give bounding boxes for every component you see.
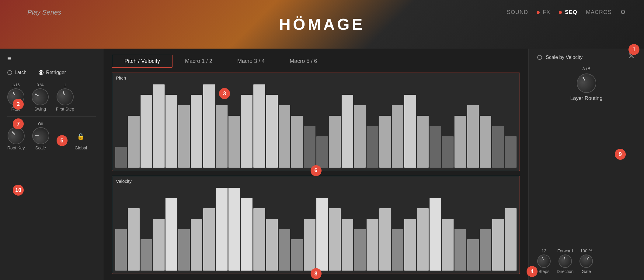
- badge-3: 3: [219, 88, 230, 99]
- velocity-bar[interactable]: [241, 198, 252, 271]
- pitch-bar[interactable]: [354, 105, 366, 167]
- velocity-bar[interactable]: [253, 208, 265, 271]
- velocity-bar[interactable]: [342, 219, 353, 271]
- pitch-bar[interactable]: [329, 116, 340, 168]
- pitch-bar[interactable]: [392, 105, 403, 167]
- nav-sound[interactable]: SOUND: [507, 9, 528, 15]
- direction-label: Direction: [557, 269, 573, 274]
- velocity-bar[interactable]: [141, 239, 152, 271]
- pitch-bar[interactable]: [342, 95, 353, 167]
- pitch-bar[interactable]: [454, 116, 466, 168]
- pitch-bar[interactable]: [115, 147, 127, 167]
- badge-8: 8: [311, 268, 322, 279]
- pitch-bar[interactable]: [228, 116, 240, 168]
- menu-icon[interactable]: ≡: [7, 55, 96, 63]
- velocity-bar[interactable]: [454, 229, 466, 271]
- pitch-bar[interactable]: [178, 105, 190, 167]
- pitch-bar[interactable]: [141, 95, 152, 167]
- velocity-bar[interactable]: [417, 208, 429, 271]
- gate-label: Gate: [582, 269, 591, 274]
- pitch-bar[interactable]: [253, 84, 265, 168]
- pitch-bar[interactable]: [480, 116, 491, 168]
- tab-pitch-velocity[interactable]: Pitch / Velocity: [112, 55, 172, 68]
- steps-knob[interactable]: [535, 253, 552, 270]
- scale-velocity-radio[interactable]: [537, 55, 542, 60]
- pitch-bar[interactable]: [505, 136, 517, 168]
- velocity-bar[interactable]: [392, 229, 403, 271]
- velocity-bar[interactable]: [153, 219, 165, 271]
- velocity-bar[interactable]: [505, 208, 517, 271]
- nav-fx[interactable]: FX: [537, 9, 550, 15]
- pitch-bar[interactable]: [404, 95, 416, 167]
- pitch-bar[interactable]: [467, 105, 479, 167]
- velocity-bar[interactable]: [128, 208, 139, 271]
- first-step-knob[interactable]: [54, 86, 76, 108]
- velocity-bar[interactable]: [430, 198, 441, 271]
- scale-knob[interactable]: [32, 127, 49, 144]
- badge-7: 7: [13, 118, 24, 129]
- nav-seq[interactable]: SEQ: [559, 9, 577, 15]
- velocity-bar[interactable]: [115, 229, 127, 271]
- velocity-bar[interactable]: [404, 219, 416, 271]
- tab-macro-5-6[interactable]: Macro 5 / 6: [277, 55, 329, 68]
- retrigger-radio[interactable]: [39, 70, 44, 75]
- pitch-bar[interactable]: [442, 136, 454, 168]
- latch-option[interactable]: Latch: [7, 70, 26, 75]
- velocity-bar[interactable]: [279, 229, 290, 271]
- velocity-bar[interactable]: [266, 219, 278, 271]
- pitch-bar[interactable]: [266, 95, 278, 167]
- velocity-bar[interactable]: [492, 219, 504, 271]
- tab-macro-3-4[interactable]: Macro 3 / 4: [225, 55, 277, 68]
- layer-routing-knob[interactable]: [573, 70, 600, 96]
- retrigger-option[interactable]: Retrigger: [39, 70, 66, 75]
- pitch-bar[interactable]: [241, 95, 252, 167]
- velocity-bar[interactable]: [216, 188, 228, 271]
- pitch-bar[interactable]: [165, 95, 177, 167]
- gate-knob[interactable]: [577, 252, 595, 270]
- velocity-bar[interactable]: [178, 229, 190, 271]
- pitch-bar[interactable]: [291, 116, 303, 168]
- steps-label: Steps: [538, 269, 549, 274]
- velocity-bar[interactable]: [291, 239, 303, 271]
- direction-knob[interactable]: [557, 254, 573, 269]
- latch-radio[interactable]: [7, 70, 12, 75]
- pitch-bar[interactable]: [128, 116, 139, 168]
- pitch-bar[interactable]: [304, 126, 315, 168]
- pitch-bar[interactable]: [379, 116, 391, 168]
- velocity-bar[interactable]: [379, 208, 391, 271]
- pitch-bar[interactable]: [417, 116, 429, 168]
- gate-group: 100 % Gate: [580, 248, 593, 274]
- gear-icon[interactable]: ⚙: [620, 9, 626, 16]
- velocity-bar[interactable]: [442, 219, 454, 271]
- pitch-bar[interactable]: [191, 95, 202, 167]
- velocity-bar[interactable]: [367, 219, 378, 271]
- pitch-bar[interactable]: [203, 84, 215, 168]
- pitch-bar[interactable]: [279, 105, 290, 167]
- velocity-bar[interactable]: [316, 198, 328, 271]
- pitch-bar[interactable]: [153, 84, 165, 168]
- first-step-value: 1: [64, 83, 66, 87]
- velocity-bar[interactable]: [467, 239, 479, 271]
- velocity-bar[interactable]: [304, 219, 315, 271]
- scale-label: Scale: [35, 145, 46, 150]
- swing-knob[interactable]: [29, 85, 52, 108]
- badge-10: 10: [13, 185, 24, 196]
- tab-macro-1-2[interactable]: Macro 1 / 2: [172, 55, 225, 68]
- pitch-bar[interactable]: [216, 105, 228, 167]
- pitch-bar[interactable]: [316, 136, 328, 168]
- velocity-bar[interactable]: [165, 198, 177, 271]
- pitch-bar[interactable]: [492, 126, 504, 168]
- velocity-bar[interactable]: [480, 229, 491, 271]
- pitch-bar[interactable]: [430, 126, 441, 168]
- lock-icon[interactable]: 🔒: [77, 133, 85, 140]
- main-content: 2 ≡ 7 Latch Retrigger 1/16 Rate: [0, 49, 644, 280]
- global-label: Global: [75, 145, 87, 150]
- velocity-bar[interactable]: [228, 188, 240, 271]
- velocity-bar[interactable]: [191, 219, 202, 271]
- latch-label: Latch: [15, 70, 26, 75]
- velocity-bar[interactable]: [203, 208, 215, 271]
- velocity-bar[interactable]: [329, 208, 340, 271]
- nav-macros[interactable]: MACROS: [586, 9, 612, 15]
- pitch-bar[interactable]: [367, 126, 378, 168]
- velocity-bar[interactable]: [354, 229, 366, 271]
